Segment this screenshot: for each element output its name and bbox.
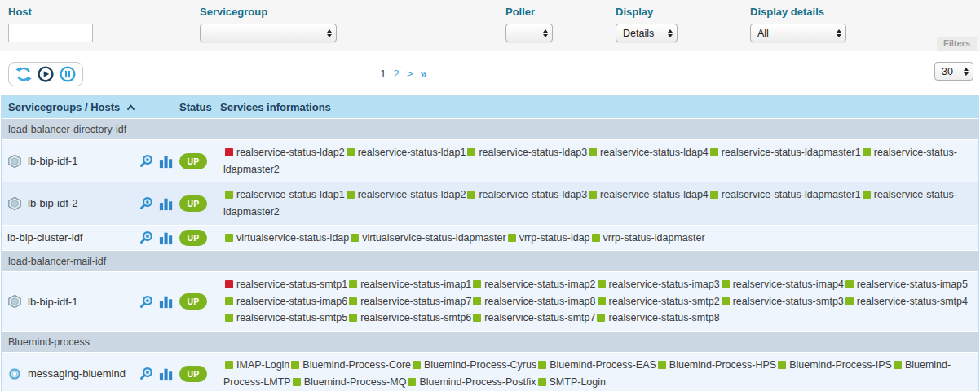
services-cell: realservice-status-ldap2realservice-stat…: [220, 143, 978, 179]
host-row: lb-bip-idf-1UPrealservice-status-ldap2re…: [2, 139, 978, 182]
service-item[interactable]: vrrp-status-ldapmaster: [590, 232, 705, 244]
column-header-services[interactable]: Services informations: [220, 101, 978, 113]
service-name: realservice-status-smtp2: [609, 296, 720, 307]
service-item[interactable]: realservice-status-ldap4: [587, 147, 709, 158]
status-cell: UP: [179, 153, 220, 169]
service-item[interactable]: realservice-status-smtp6: [347, 312, 471, 323]
service-item[interactable]: Bluemind-Process-Postfix: [406, 376, 536, 388]
host-filter-label: Host: [8, 6, 93, 18]
host-name[interactable]: lb-bip-idf-1: [28, 155, 77, 167]
service-name: realservice-status-imap4: [733, 279, 844, 290]
service-status-square: [473, 314, 481, 322]
view-host-details-button[interactable]: [139, 366, 154, 381]
service-name: realservice-status-ldap1: [358, 147, 466, 158]
service-item[interactable]: realservice-status-imap4: [720, 279, 844, 290]
view-host-details-button[interactable]: [139, 196, 154, 211]
service-status-square: [722, 280, 730, 288]
service-name: realservice-status-imap2: [484, 279, 595, 290]
last-page-icon[interactable]: »: [420, 67, 426, 81]
service-status-square: [845, 297, 854, 305]
service-item[interactable]: realservice-status-smtp5: [223, 312, 347, 323]
service-status-square: [710, 191, 718, 199]
poller-select[interactable]: [505, 24, 553, 42]
service-item[interactable]: realservice-status-smtp8: [595, 312, 719, 323]
display-select[interactable]: Details: [616, 24, 678, 42]
service-name: Bluemind-Process-EAS: [550, 359, 656, 371]
host-graphs-button[interactable]: [159, 294, 174, 309]
status-badge: UP: [179, 153, 207, 169]
page-link[interactable]: 2: [394, 68, 400, 80]
servicegroup-select[interactable]: [200, 24, 337, 42]
services-cell: IMAP-LoginBluemind-Process-CoreBluemind-…: [220, 355, 978, 391]
host-name[interactable]: lb-bip-cluster-idf: [7, 231, 82, 244]
service-status-square: [598, 297, 606, 305]
service-item[interactable]: SMTP-Login: [536, 376, 606, 388]
service-item[interactable]: realservice-status-imap8: [471, 296, 595, 307]
service-item[interactable]: Bluemind-Process-HPS: [656, 359, 776, 371]
service-item[interactable]: realservice-status-imap5: [844, 279, 968, 290]
host-name[interactable]: lb-bip-idf-2: [28, 197, 77, 209]
host-actions: [139, 153, 179, 169]
service-item[interactable]: realservice-status-ldap4: [587, 189, 709, 200]
service-item[interactable]: Bluemind-Process-Cyrus: [411, 359, 536, 371]
host-name[interactable]: messaging-bluemind: [28, 367, 126, 380]
service-item[interactable]: vrrp-status-ldap: [506, 232, 590, 244]
display-details-select[interactable]: All: [750, 24, 846, 42]
service-status-square: [225, 314, 233, 322]
service-item[interactable]: realservice-status-imap2: [471, 279, 595, 290]
display-filter-group: Display Details: [616, 6, 678, 42]
column-header-status[interactable]: Status: [179, 101, 220, 113]
host-graphs-button[interactable]: [159, 196, 174, 211]
service-status-square: [658, 361, 666, 369]
service-item[interactable]: realservice-status-ldap2: [223, 147, 345, 158]
host-graphs-button[interactable]: [159, 154, 174, 169]
next-page-icon[interactable]: >: [407, 68, 413, 80]
view-host-details-button[interactable]: [139, 230, 154, 245]
service-status-square: [225, 361, 233, 369]
service-name: realservice-status-smtp1: [236, 279, 347, 290]
service-item[interactable]: realservice-status-smtp7: [471, 312, 595, 323]
service-item[interactable]: virtualservice-status-ldap: [223, 232, 349, 244]
service-item[interactable]: Bluemind-Process-MQ: [291, 376, 407, 388]
select-arrows-icon: [964, 68, 969, 76]
service-item[interactable]: realservice-status-smtp3: [720, 296, 844, 307]
view-host-details-button[interactable]: [139, 153, 154, 169]
service-status-square: [778, 361, 786, 369]
host-name[interactable]: lb-bip-idf-1: [28, 296, 77, 308]
service-status-square: [598, 280, 606, 288]
hosts-table: Servicegroups / Hosts Status Services in…: [1, 95, 979, 391]
service-item[interactable]: realservice-status-smtp4: [844, 296, 968, 307]
column-header-hosts[interactable]: Servicegroups / Hosts: [2, 101, 179, 113]
host-row: lb-bip-cluster-idfUPvirtualservice-statu…: [2, 225, 978, 251]
service-item[interactable]: Bluemind-Process-EAS: [536, 359, 656, 371]
host-graphs-button[interactable]: [159, 231, 174, 245]
service-status-square: [349, 297, 357, 305]
service-name: realservice-status-imap1: [360, 279, 471, 290]
service-item[interactable]: virtualservice-status-ldapmaster: [349, 232, 505, 244]
service-item[interactable]: realservice-status-ldap1: [223, 189, 345, 200]
service-item[interactable]: realservice-status-smtp1: [223, 279, 347, 290]
host-filter-input[interactable]: [8, 24, 93, 42]
service-item[interactable]: realservice-status-imap7: [347, 296, 471, 307]
service-item[interactable]: realservice-status-imap1: [347, 279, 471, 290]
service-item[interactable]: realservice-status-imap6: [223, 296, 347, 307]
service-item[interactable]: realservice-status-ldap3: [466, 189, 587, 200]
service-name: Bluemind-Process-Postfix: [419, 376, 536, 388]
service-item[interactable]: realservice-status-imap3: [596, 279, 720, 290]
service-item[interactable]: realservice-status-ldapmaster1: [709, 189, 861, 200]
service-item[interactable]: IMAP-Login: [223, 359, 289, 371]
servicegroup-filter-group: Servicegroup: [200, 6, 337, 42]
service-item[interactable]: Bluemind-Process-Core: [289, 359, 411, 371]
service-item[interactable]: Bluemind-Process-IPS: [776, 359, 892, 371]
service-item[interactable]: realservice-status-ldap3: [466, 147, 587, 158]
service-item[interactable]: realservice-status-ldap1: [345, 147, 466, 158]
service-item[interactable]: realservice-status-ldapmaster1: [709, 147, 861, 158]
host-graphs-button[interactable]: [159, 367, 174, 381]
service-status-square: [351, 234, 359, 242]
service-item[interactable]: realservice-status-ldap2: [345, 189, 466, 200]
display-details-filter-label: Display details: [750, 6, 846, 18]
status-badge: UP: [179, 293, 207, 310]
service-item[interactable]: realservice-status-smtp2: [596, 296, 720, 307]
view-host-details-button[interactable]: [139, 294, 154, 310]
page-size-select[interactable]: 30: [934, 62, 973, 81]
